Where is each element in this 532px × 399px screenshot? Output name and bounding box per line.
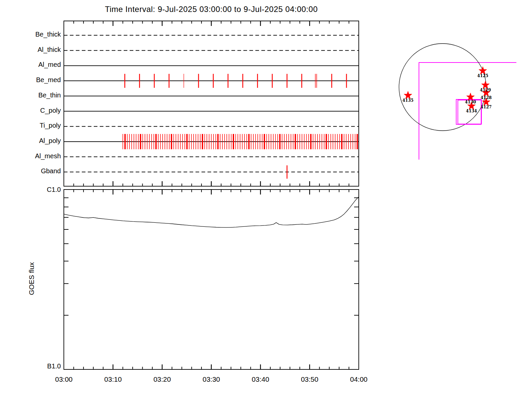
goes-flux-curve: [64, 197, 359, 227]
x-tick-label-03:10: 03:10: [95, 375, 131, 383]
x-tick-label-03:40: 03:40: [242, 375, 279, 383]
active-region-label-4130: 4130: [460, 100, 481, 104]
screenshot-stage: Time Interval: 9-Jul-2025 03:00:00 to 9-…: [0, 0, 532, 399]
goes-ybottom-label: B1.0: [33, 362, 61, 370]
goes-panel-border: [64, 190, 359, 369]
x-tick-label-03:00: 03:00: [46, 375, 82, 383]
filter-label-Al_thick: Al_thick: [6, 46, 61, 54]
filter-label-Be_thick: Be_thick: [6, 31, 61, 38]
filter-label-Be_thin: Be_thin: [6, 91, 61, 99]
x-tick-label-04:00: 04:00: [340, 375, 377, 383]
active-region-label-4135: 4135: [397, 98, 419, 103]
filter-label-Ti_poly: Ti_poly: [6, 122, 61, 129]
filter-label-C_poly: C_poly: [6, 107, 61, 114]
x-tick-label-03:30: 03:30: [193, 375, 230, 383]
active-region-star-4125: [479, 67, 487, 74]
active-region-star-4135: [404, 91, 412, 99]
active-region-label-4129: 4129: [475, 88, 496, 92]
filter-label-Gband: Gband: [6, 167, 61, 175]
active-region-label-4134: 4134: [461, 109, 482, 113]
goes-ytop-label: C1.0: [33, 186, 61, 194]
x-tick-label-03:50: 03:50: [291, 375, 328, 383]
solar-limb-circle: [399, 44, 486, 131]
active-region-star-4129: [481, 81, 489, 89]
x-tick-label-03:20: 03:20: [144, 375, 181, 383]
active-region-label-4125: 4125: [472, 73, 493, 78]
filter-label-Be_med: Be_med: [6, 76, 61, 84]
filter-label-Al_poly: Al_poly: [6, 137, 61, 145]
filter-label-Al_med: Al_med: [6, 61, 61, 68]
active-region-label-4128: 4128: [475, 95, 497, 100]
filter-label-Al_mesh: Al_mesh: [6, 152, 61, 160]
plot-canvas: [0, 0, 532, 399]
chart-title: Time Interval: 9-Jul-2025 03:00:00 to 9-…: [64, 5, 359, 14]
goes-axis-title: GOES flux: [28, 262, 36, 295]
timeline-panel-border: [64, 21, 359, 186]
